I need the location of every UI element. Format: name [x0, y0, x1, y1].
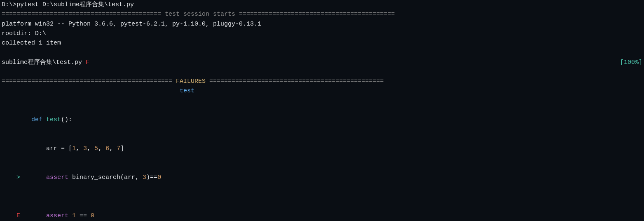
arr-line: arr = [1, 3, 5, 6, 7]	[0, 134, 644, 163]
terminal-window: D:\>pytest D:\sublime程序合集\test.py ======…	[0, 0, 644, 221]
blank-4	[0, 192, 644, 201]
test-file-line: sublime程序合集\test.py F [100%]	[0, 58, 644, 67]
blank-1	[0, 48, 644, 57]
platform-line: platform win32 -- Python 3.6.6, pytest-6…	[0, 19, 644, 29]
def-test-line: def test():	[0, 106, 644, 134]
cmd-line: D:\>pytest D:\sublime程序合集\test.py	[0, 0, 644, 9]
progress-indicator: [100%]	[620, 58, 642, 67]
e-assert-line: E assert 1 == 0	[0, 201, 644, 221]
rootdir-line: rootdir: D:\	[0, 29, 644, 38]
blank-3	[0, 96, 644, 106]
collected-line: collected 1 item	[0, 38, 644, 48]
sep-line-1: ========================================…	[0, 9, 644, 19]
test-file-path: sublime程序合集\test.py F	[2, 58, 89, 67]
assert-arrow-line: > assert binary_search(arr, 3)==0	[0, 163, 644, 192]
test-sep: ________________________________________…	[0, 86, 644, 96]
blank-2	[0, 67, 644, 77]
failures-sep: ========================================…	[0, 77, 644, 86]
